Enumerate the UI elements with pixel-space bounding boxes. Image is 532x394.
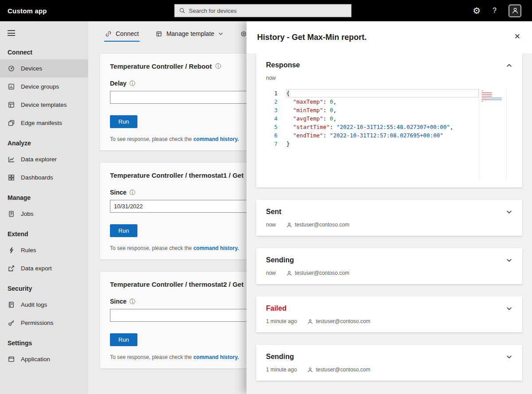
- run-button[interactable]: Run: [110, 333, 137, 346]
- permissions-icon: [8, 319, 15, 327]
- field-label: Since: [110, 189, 126, 196]
- search-input[interactable]: [189, 8, 347, 14]
- sidebar-item-label: Audit logs: [21, 301, 47, 308]
- info-icon[interactable]: [129, 190, 135, 195]
- close-icon[interactable]: [514, 32, 520, 41]
- sidebar-item-data-explorer[interactable]: Data explorer: [0, 150, 88, 168]
- tab-manage-template[interactable]: Manage template: [149, 26, 230, 42]
- command-history-link[interactable]: command history.: [193, 354, 239, 360]
- line-number: 6: [266, 131, 286, 140]
- sidebar-item-application[interactable]: Application: [0, 350, 88, 368]
- data-explorer-icon: [8, 156, 15, 163]
- command-history-link[interactable]: command history.: [193, 245, 239, 251]
- run-button[interactable]: Run: [110, 115, 137, 128]
- run-button[interactable]: Run: [110, 224, 137, 237]
- code-line: 4 "avgTemp": 0,: [266, 114, 479, 123]
- help-icon[interactable]: ?: [493, 7, 497, 15]
- code-line: 2 "maxTemp": 0,: [266, 98, 479, 106]
- sidebar-item-label: Device groups: [21, 83, 59, 90]
- field-label: Delay: [110, 80, 126, 87]
- sidebar-item-dashboards[interactable]: Dashboards: [0, 168, 88, 187]
- code-editor[interactable]: 1 { 2 "maxTemp": 0, 3 "minTemp": 0, 4 "a…: [266, 88, 512, 179]
- sidebar-section-manage: Manage: [0, 187, 88, 205]
- entry-time: now: [266, 222, 276, 228]
- avatar[interactable]: [509, 4, 521, 17]
- chevron-down-icon[interactable]: [506, 354, 512, 360]
- sidebar-item-device-groups[interactable]: Device groups: [0, 78, 88, 96]
- history-entry-sent[interactable]: Sent now testuser@contoso.com: [256, 200, 522, 236]
- jobs-icon: [8, 210, 15, 218]
- sidebar-section-extend: Extend: [0, 223, 88, 241]
- person-icon: [512, 7, 519, 14]
- code-line: 6 "endTime": "2022-10-31T12:57:08.027695…: [266, 131, 479, 140]
- history-entry-failed[interactable]: Failed 1 minute ago testuser@contoso.com: [256, 296, 522, 332]
- info-icon[interactable]: [129, 299, 135, 304]
- device-search-box[interactable]: [174, 4, 352, 17]
- entry-status: Sent: [266, 208, 282, 216]
- person-icon: [307, 367, 313, 373]
- sidebar-item-label: Devices: [21, 65, 42, 72]
- sidebar-item-permissions[interactable]: Permissions: [0, 314, 88, 332]
- sidebar-item-label: Application: [21, 356, 50, 363]
- person-icon: [286, 270, 292, 276]
- user-email: testuser@contoso.com: [295, 270, 349, 276]
- sidebar-item-rules[interactable]: Rules: [0, 241, 88, 259]
- tab-label: Manage template: [166, 30, 214, 37]
- device-templates-icon: [8, 101, 15, 109]
- entry-time: 1 minute ago: [266, 367, 297, 373]
- chevron-down-icon[interactable]: [506, 209, 512, 215]
- code-line: 7 }: [266, 140, 479, 148]
- info-icon[interactable]: [129, 81, 135, 86]
- code-line: 3 "minTemp": 0,: [266, 106, 479, 114]
- tab-label: Connect: [116, 30, 139, 37]
- history-entry-sending-2[interactable]: Sending 1 minute ago testuser@contoso.co…: [256, 345, 522, 381]
- sidebar-item-devices[interactable]: Devices: [0, 59, 88, 78]
- history-entry-sending[interactable]: Sending now testuser@contoso.com: [256, 248, 522, 284]
- search-icon: [179, 8, 185, 14]
- editor-scrollbar[interactable]: [506, 88, 512, 179]
- tab-connect[interactable]: Connect: [99, 26, 145, 42]
- audit-logs-icon: [8, 301, 15, 308]
- sidebar-item-jobs[interactable]: Jobs: [0, 205, 88, 223]
- sidebar-item-edge-manifests[interactable]: Edge manifests: [0, 114, 88, 132]
- entry-user: testuser@contoso.com: [307, 367, 370, 373]
- dashboards-icon: [8, 174, 15, 181]
- hamburger-menu-icon[interactable]: [0, 21, 88, 41]
- sidebar-item-audit-logs[interactable]: Audit logs: [0, 296, 88, 314]
- editor-minimap[interactable]: [479, 88, 506, 179]
- devices-icon: [8, 65, 15, 72]
- entry-user: testuser@contoso.com: [286, 270, 349, 276]
- sidebar-item-label: Data explorer: [21, 156, 57, 163]
- code-line: 5 "startTime": "2022-10-31T12:55:48.0273…: [266, 123, 479, 131]
- history-panel: History - Get Max-Min report. Response n…: [246, 21, 532, 394]
- entry-status: Response: [266, 61, 300, 69]
- note-text: To see response, please check the: [110, 245, 193, 251]
- chevron-down-icon[interactable]: [506, 257, 512, 264]
- sidebar-item-device-templates[interactable]: Device templates: [0, 96, 88, 114]
- sidebar-item-data-export[interactable]: Data export: [0, 259, 88, 277]
- edge-manifests-icon: [8, 119, 15, 127]
- sidebar-item-label: Edge manifests: [21, 120, 62, 126]
- entry-status: Sending: [266, 353, 294, 361]
- panel-title: History - Get Max-Min report.: [257, 33, 521, 42]
- app-title: Custom app: [0, 7, 55, 15]
- topbar: Custom app ?: [0, 0, 532, 21]
- sidebar-item-label: Device templates: [21, 101, 67, 108]
- info-icon[interactable]: [215, 63, 221, 69]
- entry-status: Failed: [266, 304, 286, 312]
- chevron-up-icon[interactable]: [506, 62, 512, 69]
- command-history-link[interactable]: command history.: [193, 136, 239, 142]
- rules-icon: [8, 246, 15, 254]
- command-title: Temperature Controller / Reboot: [110, 62, 212, 70]
- settings-gear-icon[interactable]: [473, 6, 481, 16]
- entry-status: Sending: [266, 256, 294, 264]
- sidebar-section-connect: Connect: [0, 41, 88, 59]
- panel-header: History - Get Max-Min report.: [246, 21, 532, 53]
- chevron-down-icon[interactable]: [506, 305, 512, 312]
- field-label: Since: [110, 298, 126, 305]
- entry-time: now: [266, 75, 276, 81]
- data-export-icon: [8, 265, 15, 272]
- line-number: 4: [266, 114, 286, 123]
- history-entry-response: Response now 1 { 2 "maxTemp": 0,: [256, 53, 522, 187]
- entry-user: testuser@contoso.com: [307, 318, 370, 324]
